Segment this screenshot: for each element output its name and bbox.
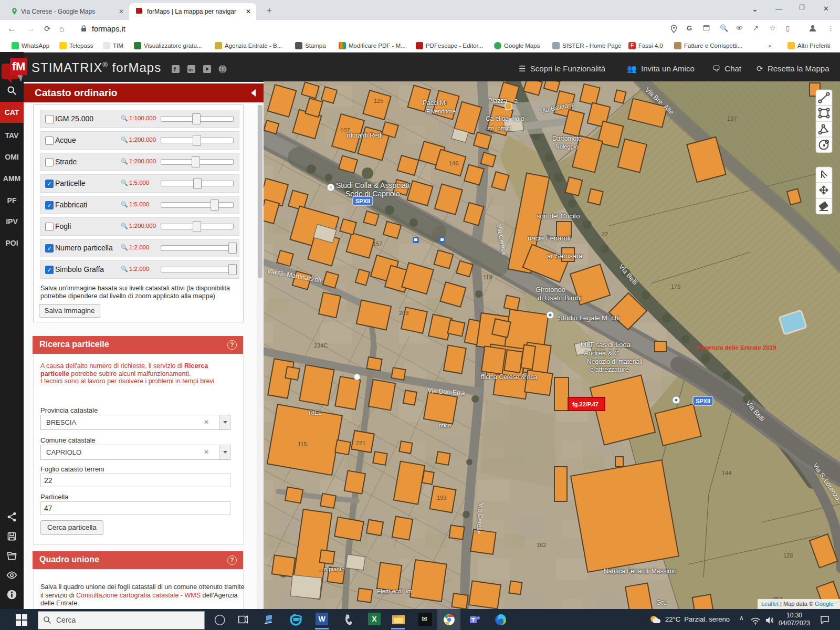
- svg-text:193: 193: [437, 495, 446, 501]
- svg-text:Gru: Gru: [656, 599, 667, 606]
- svg-text:Andrea & C: Andrea & C: [584, 349, 619, 357]
- svg-text:119: 119: [483, 274, 492, 280]
- svg-text:Studio Legale M chi: Studio Legale M chi: [558, 314, 620, 322]
- svg-text:Girotondo: Girotondo: [536, 286, 565, 293]
- svg-text:f: f: [174, 66, 176, 72]
- svg-text:fg.22/P.47: fg.22/P.47: [572, 401, 598, 407]
- svg-text:221: 221: [356, 440, 365, 446]
- svg-text:Pacci M: Pacci M: [423, 99, 445, 107]
- svg-text:SPXII: SPXII: [696, 398, 710, 404]
- svg-text:Noleggio: Noleggio: [555, 143, 578, 150]
- svg-text:Negozio di materiali: Negozio di materiali: [587, 358, 642, 365]
- svg-text:Nautica Fenaroli Massimo: Nautica Fenaroli Massimo: [604, 568, 677, 575]
- svg-text:Leaflet | Map data © Google: Leaflet | Map data © Google: [761, 601, 834, 607]
- svg-text:146: 146: [449, 160, 458, 166]
- svg-text:115: 115: [298, 441, 307, 447]
- svg-text:fficina Cerese & rica: fficina Cerese & rica: [481, 373, 537, 381]
- svg-text:Rivenditore: Rivenditore: [426, 108, 456, 114]
- svg-text:157: 157: [373, 240, 382, 247]
- svg-text:in: in: [188, 67, 193, 72]
- svg-text:179: 179: [671, 284, 680, 290]
- svg-text:MLT sas di Loda: MLT sas di Loda: [581, 341, 631, 349]
- svg-text:144: 144: [722, 470, 731, 476]
- svg-text:ar Samsara: ar Samsara: [547, 252, 583, 260]
- svg-text:Piazza a: Piazza a: [488, 97, 518, 104]
- svg-text:SPXII: SPXII: [355, 198, 370, 204]
- svg-text:234C: 234C: [314, 342, 328, 349]
- svg-text:di Usato Bimbi: di Usato Bimbi: [538, 294, 582, 302]
- svg-text:Studi Colla & Associati: Studi Colla & Associati: [336, 181, 410, 190]
- svg-text:203: 203: [399, 310, 408, 316]
- svg-text:162: 162: [537, 542, 546, 548]
- svg-text:nacia Fenaroli: nacia Fenaroli: [528, 234, 571, 242]
- svg-text:zzi omici: zzi omici: [487, 125, 511, 131]
- svg-text:137: 137: [727, 116, 737, 122]
- svg-text:128: 128: [783, 552, 793, 559]
- svg-text:Dartomoto: Dartomoto: [552, 135, 582, 142]
- svg-text:...n pianto: ...n pianto: [319, 566, 344, 572]
- svg-text:ntico: ntico: [439, 422, 451, 428]
- svg-text:e attrezzature: e attrezzature: [590, 366, 629, 373]
- svg-text:©Agenzia delle Entrate 2019: ©Agenzia delle Entrate 2019: [696, 344, 776, 351]
- svg-text:125: 125: [374, 98, 383, 104]
- svg-text:son del Cucito: son del Cucito: [537, 212, 580, 220]
- svg-text:rdura di Redi: rdura di Redi: [346, 132, 383, 139]
- svg-text:Elettr ecni im: Elettr ecni im: [377, 588, 412, 594]
- svg-text:22: 22: [602, 231, 608, 237]
- svg-text:RIEL: RIEL: [309, 410, 321, 416]
- svg-text:Ca elloa riolo: Ca elloa riolo: [486, 115, 524, 122]
